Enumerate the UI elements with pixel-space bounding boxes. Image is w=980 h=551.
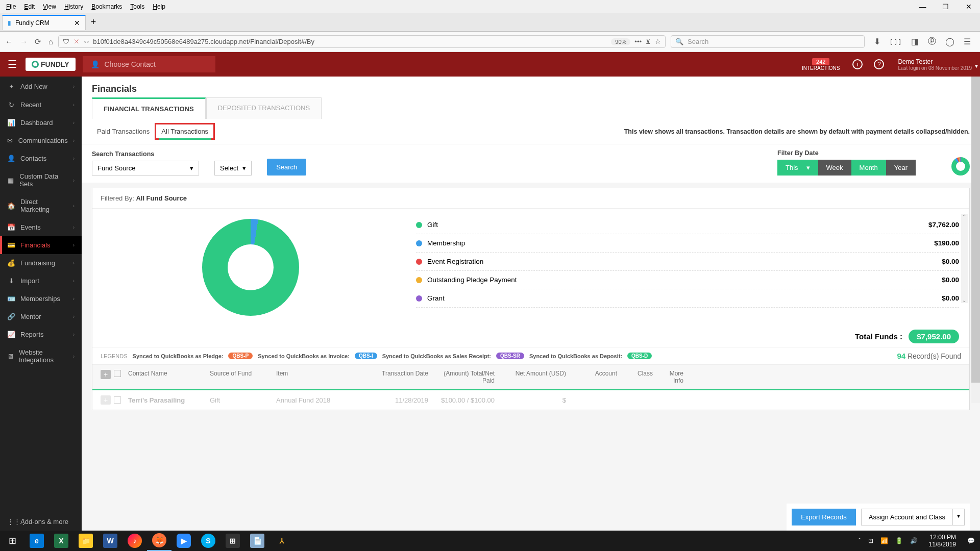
col-date[interactable]: Transaction Date bbox=[375, 370, 431, 377]
window-close[interactable]: ✕ bbox=[957, 0, 980, 13]
col-net[interactable]: Net Amount (USD) bbox=[498, 370, 569, 377]
browser-tab[interactable]: ▮ Fundly CRM ✕ bbox=[2, 15, 86, 30]
choose-contact[interactable]: 👤 Choose Contact bbox=[83, 56, 215, 72]
page-scrollbar[interactable] bbox=[971, 77, 980, 403]
tray-notifications-icon[interactable]: 💬 bbox=[967, 537, 975, 544]
task-explorer[interactable]: 📁 bbox=[74, 531, 98, 551]
select-dropdown[interactable]: Select ▾ bbox=[214, 161, 252, 176]
task-calculator[interactable]: ⊞ bbox=[220, 531, 245, 551]
fund-source-select[interactable]: Fund Source ▾ bbox=[92, 161, 199, 176]
menu-edit[interactable]: Edit bbox=[20, 2, 39, 12]
url-bar[interactable]: 🛡 ⛌ ◦◦ b10f01de8a4349c49c50568e6489a275.… bbox=[58, 35, 666, 48]
tab-financial-transactions[interactable]: FINANCIAL TRANSACTIONS bbox=[92, 97, 206, 119]
select-all-checkbox[interactable] bbox=[114, 370, 121, 377]
menu-toggle-icon[interactable]: ☰ bbox=[0, 52, 24, 77]
account-icon[interactable]: ◯ bbox=[945, 37, 954, 46]
tray-expand-icon[interactable]: ˄ bbox=[858, 537, 861, 544]
start-button[interactable]: ⊞ bbox=[0, 531, 24, 551]
forward-button[interactable]: → bbox=[20, 37, 28, 46]
export-records-button[interactable]: Export Records bbox=[792, 509, 856, 525]
taskbar-clock[interactable]: 12:00 PM 11/8/2019 bbox=[925, 534, 960, 548]
task-itunes[interactable]: ♪ bbox=[122, 531, 147, 551]
sidebar-item-recent[interactable]: ↻Recent› bbox=[0, 96, 82, 114]
segment-year[interactable]: Year bbox=[886, 160, 916, 176]
legend-scrollbar[interactable] bbox=[961, 214, 968, 303]
task-firefox[interactable]: 🦊 bbox=[147, 531, 172, 551]
segment-week[interactable]: Week bbox=[818, 160, 851, 176]
lock-crossed-icon[interactable]: ⛌ bbox=[74, 38, 80, 45]
library-icon[interactable]: ⫿⫿⫿ bbox=[890, 37, 902, 46]
expand-all-button[interactable]: + bbox=[101, 370, 111, 379]
menu-file[interactable]: File bbox=[2, 2, 20, 12]
legend-item[interactable]: Grant$0.00 bbox=[416, 289, 959, 308]
task-word[interactable]: W bbox=[98, 531, 122, 551]
sidebar-item-website-integrations[interactable]: 🖥Website Integrations› bbox=[0, 343, 82, 369]
menu-history[interactable]: History bbox=[60, 2, 87, 12]
col-more[interactable]: More Info bbox=[656, 370, 687, 384]
app-logo[interactable]: FUNDLY bbox=[26, 58, 76, 71]
page-actions-icon[interactable]: ••• bbox=[634, 38, 642, 45]
task-skype[interactable]: S bbox=[196, 531, 220, 551]
window-minimize[interactable]: — bbox=[911, 0, 934, 13]
bookmark-star-icon[interactable]: ☆ bbox=[655, 38, 661, 45]
menu-view[interactable]: View bbox=[39, 2, 60, 12]
user-menu[interactable]: Demo Tester Last login on 08 November 20… bbox=[890, 58, 980, 71]
sidebar-item-memberships[interactable]: 🪪Memberships› bbox=[0, 290, 82, 308]
sidebar-item-mentor[interactable]: 🔗Mentor› bbox=[0, 308, 82, 325]
menu-help[interactable]: Help bbox=[149, 2, 169, 12]
pocket-icon[interactable]: ⊻ bbox=[646, 38, 651, 45]
window-maximize[interactable]: ☐ bbox=[934, 0, 957, 13]
menu-tools[interactable]: Tools bbox=[126, 2, 149, 12]
sidebar-item-events[interactable]: 📅Events› bbox=[0, 218, 82, 236]
subtab-paid[interactable]: Paid Transactions bbox=[92, 124, 155, 138]
tray-battery-icon[interactable]: 🔋 bbox=[895, 537, 903, 544]
sidebar-item-add-new[interactable]: ＋Add New› bbox=[0, 77, 82, 96]
col-class[interactable]: Class bbox=[620, 370, 656, 377]
app-menu-icon[interactable]: ☰ bbox=[964, 37, 971, 46]
sidebar-addons[interactable]: ⋮⋮⋮Add-ons & more bbox=[0, 513, 82, 531]
info-button[interactable]: i bbox=[847, 59, 868, 69]
row-checkbox[interactable] bbox=[114, 396, 121, 404]
assign-dropdown-toggle[interactable]: ▼ bbox=[953, 509, 965, 525]
tab-deposited-transactions[interactable]: DEPOSITED TRANSACTIONS bbox=[206, 97, 322, 119]
task-zoom[interactable]: ▶ bbox=[172, 531, 196, 551]
sidebar-item-financials[interactable]: 💳Financials› bbox=[0, 236, 82, 254]
col-account[interactable]: Account bbox=[569, 370, 620, 377]
pinterest-icon[interactable]: ⓟ bbox=[928, 36, 936, 47]
sidebar-item-dashboard[interactable]: 📊Dashboard› bbox=[0, 114, 82, 132]
shield-icon[interactable]: 🛡 bbox=[63, 38, 69, 45]
tray-dropbox-icon[interactable]: ⊡ bbox=[868, 537, 873, 544]
sidebar-item-contacts[interactable]: 👤Contacts› bbox=[0, 149, 82, 167]
menu-bookmarks[interactable]: Bookmarks bbox=[87, 2, 126, 12]
legend-item[interactable]: Membership$190.00 bbox=[416, 234, 959, 253]
task-notepad[interactable]: 📄 bbox=[245, 531, 270, 551]
col-contact[interactable]: Contact Name bbox=[125, 370, 207, 377]
tab-close-icon[interactable]: ✕ bbox=[74, 19, 80, 27]
col-amount[interactable]: (Amount) Total/Net Paid bbox=[431, 370, 498, 384]
sidebar-item-direct-marketing[interactable]: 🏠Direct Marketing› bbox=[0, 193, 82, 218]
segment-month[interactable]: Month bbox=[851, 160, 886, 176]
search-button[interactable]: Search bbox=[267, 159, 306, 176]
assign-account-button[interactable]: Assign Account and Class bbox=[861, 509, 953, 525]
reload-button[interactable]: ⟳ bbox=[35, 37, 41, 46]
home-button[interactable]: ⌂ bbox=[48, 37, 53, 46]
downloads-icon[interactable]: ⬇ bbox=[874, 37, 880, 46]
sidebar-item-import[interactable]: ⬇Import› bbox=[0, 272, 82, 290]
browser-search[interactable]: 🔍 Search bbox=[671, 35, 865, 48]
legend-item[interactable]: Event Registration$0.00 bbox=[416, 253, 959, 271]
legend-item[interactable]: Outstanding Pledge Payment$0.00 bbox=[416, 271, 959, 289]
legend-item[interactable]: Gift$7,762.00 bbox=[416, 216, 959, 234]
task-edge[interactable]: e bbox=[24, 531, 49, 551]
zoom-level[interactable]: 90% bbox=[611, 38, 630, 45]
mini-donut-chart[interactable] bbox=[951, 157, 970, 176]
permissions-icon[interactable]: ◦◦ bbox=[84, 38, 89, 45]
interactions-counter[interactable]: 242 INTERACTIONS bbox=[795, 58, 847, 71]
scrollbar-thumb[interactable] bbox=[971, 77, 980, 383]
task-app[interactable]: ⅄ bbox=[270, 531, 294, 551]
help-button[interactable]: ? bbox=[868, 59, 890, 69]
subtab-all[interactable]: All Transactions bbox=[155, 123, 215, 140]
sidebar-icon[interactable]: ◨ bbox=[911, 37, 919, 46]
new-tab-button[interactable]: + bbox=[91, 17, 96, 28]
sidebar-item-fundraising[interactable]: 💰Fundraising› bbox=[0, 254, 82, 272]
sidebar-item-custom-data-sets[interactable]: ▦Custom Data Sets› bbox=[0, 167, 82, 193]
